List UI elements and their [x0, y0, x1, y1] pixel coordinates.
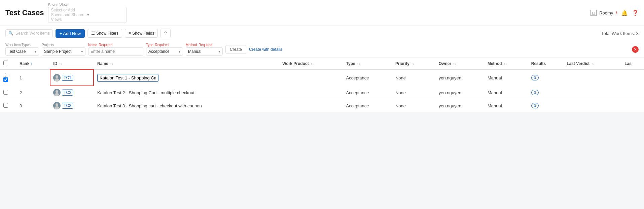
col-name[interactable]: Name ↑↓: [94, 58, 279, 69]
svg-point-3: [55, 93, 59, 96]
work-item-type-label: Work Item Types: [5, 43, 39, 47]
help-icon[interactable]: ❓: [632, 10, 639, 16]
user-badge: !: [616, 11, 617, 15]
col-results[interactable]: Results: [528, 58, 563, 69]
saved-views-area: Saved Views Select or Add Saved and Shar…: [48, 3, 127, 23]
row-checkbox[interactable]: [3, 90, 8, 95]
create-button[interactable]: Create: [225, 45, 246, 54]
results-badge: 0: [531, 103, 539, 108]
method-sort-icon: ↑↓: [504, 62, 507, 66]
create-row: Work Item Types Test Case ▾ Projects Sam…: [0, 41, 644, 58]
row-results[interactable]: 0: [528, 86, 563, 99]
header-left: Test Cases Saved Views Select or Add Sav…: [5, 3, 127, 23]
show-filters-button[interactable]: ☷ Show Filters: [87, 29, 122, 38]
results-badge: 0: [531, 90, 539, 95]
select-all-checkbox[interactable]: [3, 61, 8, 65]
id-avatar: [53, 74, 61, 81]
row-name[interactable]: [94, 69, 279, 86]
add-new-button[interactable]: + Add New: [56, 29, 85, 38]
row-priority: None: [392, 86, 435, 99]
wp-sort-icon: ↑↓: [311, 62, 314, 66]
col-owner[interactable]: Owner ↑↓: [435, 58, 484, 69]
type-sort-icon: ↑↓: [357, 62, 360, 66]
search-placeholder: Search Work Items: [15, 31, 50, 36]
row-checkbox[interactable]: [3, 77, 8, 82]
row-las: [621, 99, 644, 112]
drag-icon: ⋮⋮: [3, 72, 12, 77]
row-checkbox[interactable]: [3, 103, 8, 108]
col-method[interactable]: Method ↑↓: [484, 58, 528, 69]
results-badge: 0: [531, 75, 539, 80]
project-value: Sample Project: [44, 49, 71, 54]
type-label: Type Required: [146, 43, 183, 47]
table-header-row: Rank ↑ ID ↑↓ Name ↑↓ Work Product ↑↓ Typ…: [0, 58, 644, 69]
type-select[interactable]: Acceptance ▾: [146, 47, 183, 56]
row-checkbox-cell: [0, 99, 16, 112]
name-text: Katalon Test 3 - Shopping cart - checkou…: [97, 103, 202, 108]
row-work-product: [279, 99, 343, 112]
work-item-type-select[interactable]: Test Case ▾: [5, 47, 39, 56]
col-type[interactable]: Type ↑↓: [343, 58, 392, 69]
close-create-row-button[interactable]: ✕: [632, 46, 639, 53]
bell-icon[interactable]: 🔔: [621, 10, 628, 16]
create-with-details-button[interactable]: Create with details: [249, 47, 282, 52]
col-work-product[interactable]: Work Product ↑↓: [279, 58, 343, 69]
work-item-type-value: Test Case: [8, 49, 26, 54]
col-las[interactable]: Las: [621, 58, 644, 69]
row-las: [621, 69, 644, 86]
row-id-cell: TC3: [50, 99, 94, 112]
row-checkbox-cell: [0, 86, 16, 99]
name-sort-icon: ↑↓: [110, 62, 113, 66]
id-avatar: [53, 102, 61, 109]
row-method: Manual: [484, 86, 528, 99]
row-last-verdict: [563, 86, 621, 99]
svg-point-1: [55, 78, 59, 81]
svg-point-5: [55, 106, 59, 109]
id-avatar: [53, 89, 61, 96]
chevron-down-icon: ▾: [179, 49, 181, 54]
name-input-cell[interactable]: [97, 74, 158, 82]
fields-icon: ≡: [129, 31, 131, 36]
row-priority: None: [392, 99, 435, 112]
table-row: 2 TC2 Katalon Test 2 - Shopping Cart - m…: [0, 86, 644, 99]
row-rank: 1: [16, 69, 50, 86]
filter-icon: ☷: [91, 31, 95, 36]
col-id[interactable]: ID ↑↓: [50, 58, 94, 69]
name-group: Name Required: [88, 43, 143, 56]
id-link[interactable]: TC1: [62, 75, 73, 81]
chevron-down-icon: ▾: [218, 49, 220, 54]
search-icon: 🔍: [8, 31, 13, 36]
saved-views-label: Saved Views: [48, 3, 127, 7]
header-right: □ Roomy ! 🔔 ❓: [591, 10, 639, 16]
row-rank: 3: [16, 99, 50, 112]
user-icon: □: [591, 10, 597, 16]
row-priority: None: [392, 69, 435, 86]
row-name: Katalon Test 3 - Shopping cart - checkou…: [94, 99, 279, 112]
method-select[interactable]: Manual ▾: [186, 47, 223, 56]
svg-point-4: [56, 103, 58, 106]
saved-views-dropdown[interactable]: Select or Add Saved and Shared Views ▾: [48, 7, 127, 23]
page-title: Test Cases: [5, 8, 44, 17]
col-priority[interactable]: Priority ↑↓: [392, 58, 435, 69]
name-input[interactable]: [88, 47, 143, 56]
method-value: Manual: [188, 49, 201, 54]
row-results[interactable]: 0: [528, 69, 563, 86]
col-rank[interactable]: Rank ↑: [16, 58, 50, 69]
lv-sort-icon: ↑↓: [592, 62, 595, 66]
table-container: Rank ↑ ID ↑↓ Name ↑↓ Work Product ↑↓ Typ…: [0, 58, 644, 112]
priority-sort-icon: ↑↓: [411, 62, 415, 66]
export-button[interactable]: ⇧: [160, 29, 171, 38]
search-box[interactable]: 🔍 Search Work Items: [5, 29, 53, 37]
header: Test Cases Saved Views Select or Add Sav…: [0, 0, 644, 26]
show-fields-button[interactable]: ≡ Show Fields: [125, 29, 158, 38]
export-icon: ⇧: [164, 31, 168, 36]
id-link[interactable]: TC3: [62, 103, 73, 109]
project-select[interactable]: Sample Project ▾: [42, 47, 85, 56]
id-link[interactable]: TC2: [62, 90, 73, 96]
toolbar: 🔍 Search Work Items + Add New ☷ Show Fil…: [0, 26, 644, 41]
col-last-verdict[interactable]: Last Verdict ↑↓: [563, 58, 621, 69]
table-row: ⋮⋮ 1 TC1 Acceptance None yen.nguyen Manu…: [0, 69, 644, 86]
name-label: Name Required: [88, 43, 143, 47]
row-checkbox-cell: ⋮⋮: [0, 69, 16, 86]
row-results[interactable]: 0: [528, 99, 563, 112]
